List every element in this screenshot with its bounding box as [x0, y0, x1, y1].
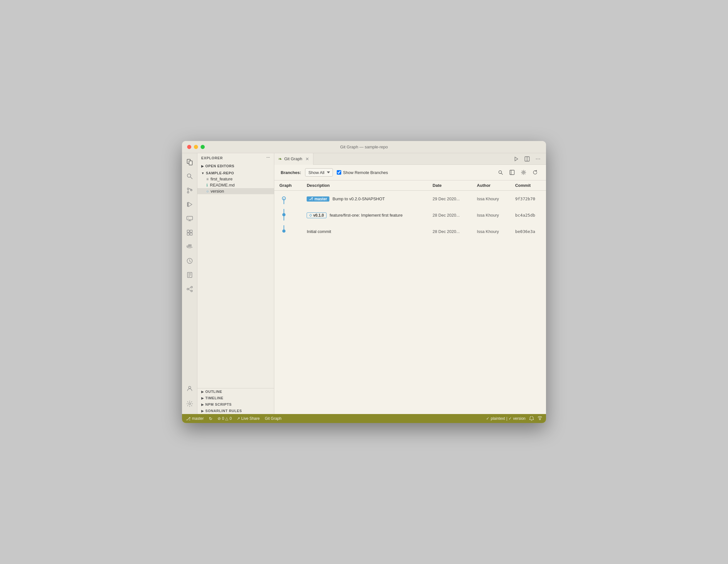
split-editor-action[interactable] — [523, 155, 531, 163]
file-readme[interactable]: ℹ README.md — [197, 182, 274, 188]
file-first-feature[interactable]: ≡ first_feature — [197, 176, 274, 182]
git-search-icon[interactable] — [496, 168, 505, 177]
plaintext-mode[interactable]: ✓ plaintext | ✓ version — [486, 416, 525, 421]
svg-point-29 — [191, 290, 192, 292]
git-graph-status-label: Git Graph — [265, 416, 281, 421]
plaintext-check-icon: ✓ — [486, 416, 489, 421]
sonarlint-chevron: ▶ — [201, 409, 204, 413]
branches-select[interactable]: Show All — [305, 168, 333, 177]
remote-explorer-activity-icon[interactable] — [183, 212, 196, 225]
search-activity-icon[interactable] — [183, 170, 196, 183]
commit-hash-cell: 9f372b70 — [510, 191, 546, 207]
activity-bar-bottom — [183, 382, 196, 414]
settings-activity-icon[interactable] — [183, 397, 196, 410]
npm-scripts-section[interactable]: ▶ NPM SCRIPTS — [197, 401, 274, 408]
plaintext-separator: | — [506, 416, 507, 421]
git-settings-icon[interactable] — [519, 168, 528, 177]
git-repository-icon[interactable] — [508, 168, 517, 177]
git-graph-container[interactable]: Graph Description Date Author Commit ⎇ m… — [274, 180, 546, 414]
broadcast-icon[interactable] — [538, 416, 542, 421]
sonarlint-rules-section[interactable]: ▶ SONARLINT RULES — [197, 408, 274, 414]
npm-scripts-chevron: ▶ — [201, 403, 204, 406]
svg-point-2 — [187, 174, 191, 178]
version-check-icon: ✓ — [509, 416, 512, 421]
sidebar: EXPLORER ⋯ ▶ OPEN EDITORS ▼ SAMPLE-REPO … — [197, 153, 274, 414]
live-share-status-item[interactable]: ↗ Live Share — [237, 416, 260, 421]
version-tag: ◇ v0.1.0 — [307, 212, 326, 218]
live-share-activity-icon[interactable] — [183, 283, 196, 295]
remote-notifications-icon[interactable] — [529, 416, 534, 421]
sidebar-title: EXPLORER — [201, 156, 223, 160]
file-version[interactable]: ○ version — [197, 188, 274, 194]
tab-close-icon[interactable]: ✕ — [305, 156, 309, 162]
run-tab-action[interactable] — [512, 155, 520, 163]
sample-repo-chevron: ▼ — [201, 171, 205, 175]
svg-rect-1 — [189, 161, 192, 165]
date-cell: 29 Dec 2020... — [427, 191, 472, 207]
col-description: Description — [302, 180, 427, 191]
run-activity-icon[interactable] — [183, 198, 196, 211]
show-remote-branches-checkbox[interactable] — [337, 170, 341, 175]
tab-bar-actions: ⋯ — [512, 155, 546, 163]
tab-git-graph-icon: ❧ — [278, 156, 282, 162]
commit-hash-cell: be036e3a — [510, 223, 546, 240]
minimize-button[interactable] — [194, 145, 198, 149]
author-cell: Issa Khoury — [472, 207, 510, 223]
svg-point-12 — [188, 218, 189, 219]
git-graph-toolbar: Branches: Show All Show Remote Branches — [274, 165, 546, 180]
author-cell: Issa Khoury — [472, 223, 510, 240]
extensions-activity-icon[interactable] — [183, 226, 196, 239]
git-commits-table: Graph Description Date Author Commit ⎇ m… — [274, 180, 546, 240]
explorer-activity-icon[interactable] — [183, 156, 196, 169]
more-actions-tab[interactable]: ⋯ — [534, 155, 542, 163]
date-cell: 28 Dec 2020... — [427, 223, 472, 240]
timeline-activity-icon[interactable] — [183, 254, 196, 267]
git-toolbar-right — [496, 168, 540, 177]
branch-status-item[interactable]: ⎇ master — [186, 416, 204, 421]
svg-point-28 — [187, 288, 188, 290]
git-graph-tab[interactable]: ❧ Git Graph ✕ — [274, 153, 313, 165]
git-graph-status-item[interactable]: Git Graph — [265, 416, 281, 421]
main-window: Git Graph — sample-repo — [182, 141, 546, 423]
svg-marker-7 — [188, 202, 192, 207]
timeline-section[interactable]: ▶ TIMELINE — [197, 395, 274, 401]
sample-repo-header[interactable]: ▼ SAMPLE-REPO — [197, 170, 274, 176]
docker-activity-icon[interactable] — [183, 240, 196, 253]
col-author: Author — [472, 180, 510, 191]
svg-line-38 — [501, 173, 503, 175]
timeline-label: TIMELINE — [205, 396, 224, 400]
table-row[interactable]: Initial commit28 Dec 2020...Issa Khouryb… — [274, 223, 546, 240]
sidebar-more-icon[interactable]: ⋯ — [266, 156, 270, 160]
outline-section[interactable]: ▶ OUTLINE — [197, 388, 274, 395]
activity-bar — [182, 153, 197, 414]
source-control-activity-icon[interactable] — [183, 184, 196, 197]
git-refresh-icon[interactable] — [531, 168, 540, 177]
bookmarks-activity-icon[interactable] — [183, 269, 196, 281]
col-commit: Commit — [510, 180, 546, 191]
graph-cell — [274, 191, 302, 207]
errors-status-item[interactable]: ⊘ 0 △ 0 — [218, 416, 232, 421]
commit-description: Bump to v0.2.0-SNAPSHOT — [333, 196, 385, 201]
tab-git-graph-label: Git Graph — [284, 156, 302, 161]
svg-rect-8 — [187, 202, 188, 207]
close-button[interactable] — [187, 145, 191, 149]
sync-status-item[interactable]: ↻ — [209, 416, 212, 421]
svg-point-32 — [188, 386, 191, 389]
table-row[interactable]: ◇ v0.1.0 feature/first-one: Implement fi… — [274, 207, 546, 223]
branches-label: Branches: — [281, 170, 301, 175]
account-activity-icon[interactable] — [183, 382, 196, 395]
svg-line-31 — [188, 289, 191, 291]
table-row[interactable]: ⎇ master Bump to v0.2.0-SNAPSHOT29 Dec 2… — [274, 191, 546, 207]
sync-status-icon: ↻ — [209, 416, 212, 421]
plaintext-label: plaintext — [491, 416, 505, 421]
show-remote-branches-label: Show Remote Branches — [343, 170, 388, 175]
file-name-readme: README.md — [210, 183, 235, 187]
error-icon: ⊘ — [218, 416, 221, 421]
maximize-button[interactable] — [201, 145, 205, 149]
svg-point-33 — [189, 403, 191, 405]
svg-point-5 — [187, 192, 189, 193]
open-editors-header[interactable]: ▶ OPEN EDITORS — [197, 163, 274, 169]
svg-rect-16 — [190, 233, 192, 235]
file-icon-version: ○ — [206, 189, 209, 194]
svg-point-4 — [187, 188, 189, 190]
